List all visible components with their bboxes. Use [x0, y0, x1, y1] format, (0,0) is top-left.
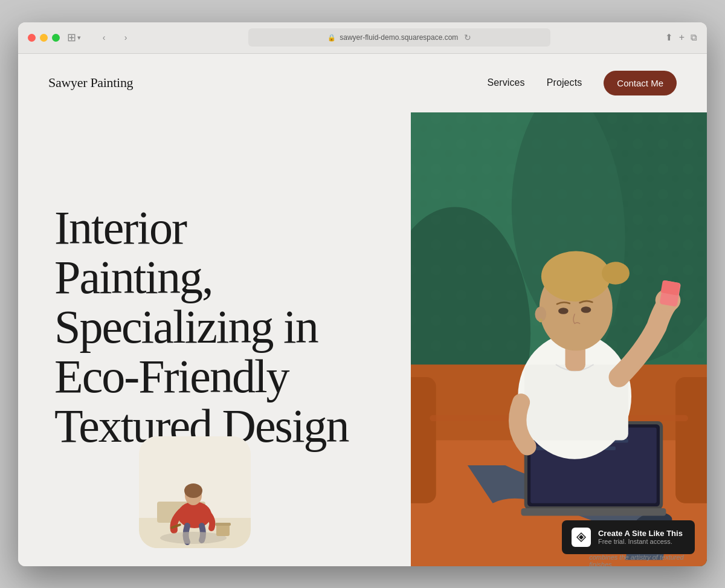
painter-scene-svg: [139, 436, 251, 548]
lock-icon: 🔒: [327, 34, 336, 42]
site-logo[interactable]: Sawyer Painting: [48, 75, 133, 91]
svg-point-6: [184, 483, 202, 498]
forward-button[interactable]: ›: [117, 29, 134, 46]
traffic-lights: [28, 34, 60, 42]
share-icon[interactable]: ⬆: [665, 32, 673, 43]
svg-point-41: [602, 262, 630, 285]
nav-services[interactable]: Services: [488, 77, 525, 88]
svg-rect-22: [411, 377, 436, 503]
maximize-button[interactable]: [52, 34, 60, 42]
squarespace-cta-title: Create A Site Like This: [598, 529, 683, 538]
browser-actions: ⬆ + ⧉: [665, 32, 697, 43]
browser-window: ⊞ ▾ ‹ › 🔒 sawyer-fluid-demo.squarespace.…: [18, 22, 707, 566]
contact-me-button[interactable]: Contact Me: [604, 71, 677, 95]
nav-projects[interactable]: Projects: [547, 77, 582, 88]
close-button[interactable]: [28, 34, 36, 42]
hero-title-line1: Interior: [54, 201, 186, 254]
small-painter-image: [139, 436, 251, 548]
address-bar[interactable]: 🔒 sawyer-fluid-demo.squarespace.com ↻: [248, 28, 550, 47]
minimize-button[interactable]: [40, 34, 48, 42]
hero-right: Create A Site Like This Free trial. Inst…: [411, 112, 707, 566]
navigation: Sawyer Painting Services Projects Contac…: [18, 54, 707, 112]
url-text: sawyer-fluid-demo.squarespace.com: [340, 33, 458, 42]
svg-rect-21: [675, 377, 707, 503]
refresh-icon[interactable]: ↻: [464, 33, 471, 42]
hero-title-line3: Specializing in: [54, 300, 318, 353]
svg-point-42: [558, 308, 569, 314]
svg-rect-10: [215, 523, 231, 526]
svg-point-43: [581, 306, 591, 312]
hero-section: Interior Painting, Specializing in Eco-F…: [18, 112, 707, 566]
back-button[interactable]: ‹: [95, 29, 112, 46]
website-content: Sawyer Painting Services Projects Contac…: [18, 54, 707, 566]
sidebar-toggle[interactable]: ⊞ ▾: [67, 31, 81, 44]
squarespace-cta-subtitle: Free trial. Instant access.: [598, 538, 683, 545]
hero-title-line4: Eco-Friendly: [54, 350, 289, 402]
new-tab-icon[interactable]: +: [679, 32, 685, 43]
nav-links: Services Projects Contact Me: [488, 71, 677, 95]
squarespace-banner[interactable]: Create A Site Like This Free trial. Inst…: [562, 520, 695, 554]
hero-left: Interior Painting, Specializing in Eco-F…: [18, 112, 411, 566]
main-hero-svg: [411, 112, 707, 566]
squarespace-text: Create A Site Like This Free trial. Inst…: [598, 529, 683, 545]
svg-rect-32: [521, 508, 666, 516]
browser-chrome: ⊞ ▾ ‹ › 🔒 sawyer-fluid-demo.squarespace.…: [18, 22, 707, 54]
hero-main-image: Create A Site Like This Free trial. Inst…: [411, 112, 707, 566]
hero-title: Interior Painting, Specializing in Eco-F…: [54, 203, 381, 450]
squarespace-logo-svg: [575, 531, 587, 543]
squarespace-logo: [572, 528, 591, 547]
duplicate-icon[interactable]: ⧉: [691, 32, 697, 43]
browser-controls: ‹ ›: [95, 29, 134, 46]
svg-point-45: [539, 318, 543, 322]
hero-title-line2: Painting,: [54, 251, 213, 303]
svg-point-40: [541, 251, 611, 301]
